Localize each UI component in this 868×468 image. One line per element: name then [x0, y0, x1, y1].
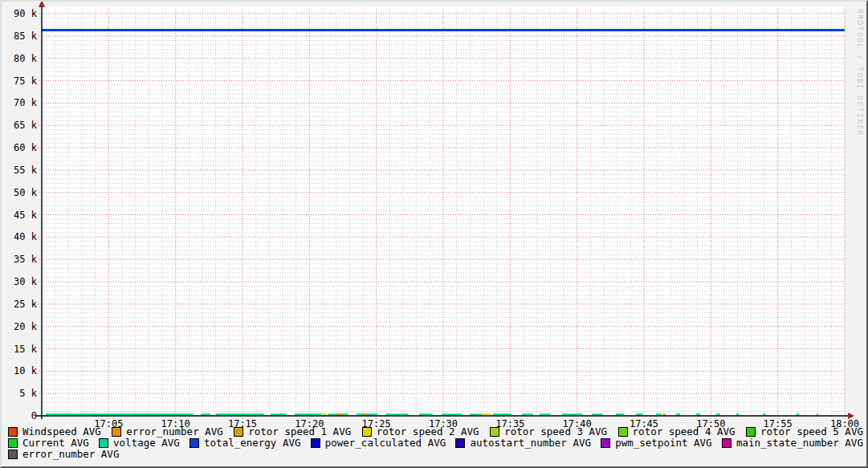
y-axis-tick-label: 10 k: [14, 365, 38, 376]
y-axis-tick-label: 35 k: [14, 254, 38, 265]
legend-label: error_number AVG: [126, 426, 222, 437]
y-axis-tick-label: 55 k: [14, 165, 38, 176]
legend-item: rotor speed 1 AVG: [234, 426, 351, 437]
y-axis-tick-label: 40 k: [14, 231, 38, 242]
y-axis-tick-label: 5 k: [19, 388, 37, 399]
legend-swatch-icon: [189, 438, 199, 448]
legend-label: autostart_number AVG: [470, 437, 591, 449]
legend-item: error_number AVG: [112, 426, 222, 437]
legend-item: total_energy AVG: [189, 437, 300, 449]
legend-row: Current AVGvoltage AVGtotal_energy AVGpo…: [8, 437, 863, 449]
legend-swatch-icon: [490, 427, 499, 437]
legend-row: Windspeed AVGerror_number AVGrotor speed…: [8, 426, 863, 437]
y-axis-arrow-icon: [39, 2, 45, 7]
y-axis-tick-label: 20 k: [14, 321, 38, 332]
y-axis-tick-label: 50 k: [14, 187, 38, 198]
legend-label: Windspeed AVG: [22, 426, 101, 437]
legend-swatch-icon: [8, 427, 18, 437]
legend-label: total_energy AVG: [204, 437, 300, 449]
legend-item: voltage AVG: [99, 437, 180, 449]
legend-item: rotor speed 3 AVG: [490, 426, 607, 437]
legend-swatch-icon: [99, 438, 108, 448]
legend-swatch-icon: [455, 438, 465, 448]
legend-swatch-icon: [746, 427, 756, 437]
legend-label: voltage AVG: [113, 437, 180, 449]
y-axis-tick-label: 75 k: [14, 75, 38, 87]
watermark-text: RRDTOOL / TOBI OETIKER: [856, 9, 865, 136]
legend-label: error_number AVG: [22, 449, 119, 460]
y-axis-tick-label: 60 k: [14, 142, 38, 153]
legend-swatch-icon: [311, 438, 320, 448]
legend-item: main_state_number AVG: [722, 437, 863, 449]
legend-label: rotor speed 2 AVG: [377, 426, 479, 437]
legend-item: Current AVG: [8, 437, 89, 449]
legend-item: power_calculated AVG: [311, 437, 446, 449]
legend-row: error_number AVG: [8, 449, 863, 460]
legend-label: pwm_setpoint AVG: [615, 437, 711, 449]
legend-swatch-icon: [362, 427, 372, 437]
y-axis-tick-label: 25 k: [14, 299, 38, 310]
y-axis-tick-label: 85 k: [14, 31, 38, 42]
y-axis-tick-label: 15 k: [14, 344, 38, 355]
y-axis-tick-label: 65 k: [14, 120, 38, 131]
legend-item: Windspeed AVG: [8, 426, 101, 437]
y-axis-tick-label: 70 k: [14, 97, 38, 108]
legend-swatch-icon: [618, 427, 628, 437]
legend-item: error_number AVG: [8, 449, 119, 460]
legend-swatch-icon: [8, 450, 18, 459]
legend-label: Current AVG: [22, 437, 89, 449]
y-axis-tick-label: 90 k: [14, 8, 38, 19]
legend-item: pwm_setpoint AVG: [601, 437, 711, 449]
legend-swatch-icon: [112, 427, 121, 437]
legend-label: rotor speed 3 AVG: [504, 426, 607, 437]
legend-item: autostart_number AVG: [455, 437, 591, 449]
y-axis-tick-label: 0: [31, 410, 37, 421]
legend-item: rotor speed 5 AVG: [746, 426, 863, 437]
y-axis-tick-label: 80 k: [14, 53, 38, 64]
legend-label: main_state_number AVG: [736, 437, 863, 449]
legend-item: rotor speed 4 AVG: [618, 426, 736, 437]
legend-label: rotor speed 1 AVG: [248, 426, 351, 437]
legend-swatch-icon: [722, 438, 731, 448]
legend-swatch-icon: [8, 438, 18, 448]
rrdtool-graph: 17:0517:1017:1517:2017:2517:3017:3517:40…: [0, 0, 868, 468]
legend-label: rotor speed 5 AVG: [760, 426, 863, 437]
legend-label: rotor speed 4 AVG: [633, 426, 736, 437]
legend-item: rotor speed 2 AVG: [362, 426, 479, 437]
legend-swatch-icon: [234, 427, 243, 437]
chart-legend: Windspeed AVGerror_number AVGrotor speed…: [8, 426, 863, 460]
chart-plot-area: 17:0517:1017:1517:2017:2517:3017:3517:40…: [2, 2, 868, 468]
y-axis-tick-label: 45 k: [14, 210, 38, 221]
y-axis-tick-label: 30 k: [14, 276, 38, 287]
legend-label: power_calculated AVG: [325, 437, 446, 449]
legend-swatch-icon: [601, 438, 610, 448]
